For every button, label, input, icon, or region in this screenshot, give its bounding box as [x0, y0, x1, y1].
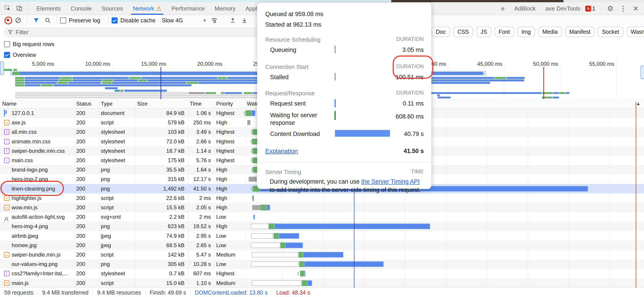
device-toolbar-icon[interactable]: [16, 5, 23, 12]
overview-bar-segment: [434, 80, 524, 82]
tab-elements[interactable]: Elements: [32, 2, 66, 15]
request-response-section-label: Request/Response: [265, 90, 314, 96]
big-request-rows-checkbox[interactable]: [4, 41, 10, 47]
filter-chip-doc[interactable]: Doc: [432, 26, 450, 37]
tab-network[interactable]: Network⚠: [128, 2, 166, 15]
column-header-status[interactable]: Status: [76, 99, 99, 108]
filter-chip-img[interactable]: Img: [517, 26, 535, 37]
chevron-down-icon[interactable]: ▾: [204, 18, 206, 23]
column-header-type[interactable]: Type: [101, 99, 135, 108]
waterfall-bar-segment: [269, 224, 274, 229]
request-status: 200: [76, 137, 96, 146]
request-type: stylesheet: [101, 269, 132, 278]
request-row-autofill-action-light.svg[interactable]: autofill-action-light.svg200svg+xml2.2 k…: [0, 212, 644, 222]
request-row-wow.min.js[interactable]: ‹›wow.min.js200script15.5 kB2.05 sHigh: [0, 203, 644, 212]
overview-bar-segment: [129, 77, 141, 79]
tab-performance[interactable]: Performance: [166, 2, 210, 15]
overview-bar-segment: [102, 80, 113, 82]
request-priority: Highest: [216, 137, 242, 146]
request-row-homee.jpg[interactable]: homee.jpg200jpeg68.5 kB2.65 sLow: [0, 241, 644, 250]
waterfall-bar-segment: [300, 270, 304, 276]
overview-bar-segment: [68, 82, 101, 84]
tab-sources[interactable]: Sources: [97, 2, 128, 15]
tab-memory[interactable]: Memory: [210, 2, 240, 15]
waterfall-bar-segment: [251, 168, 252, 172]
request-row-our-values-img.png[interactable]: our-values-img.png200png305 kB10.28 sLow: [0, 260, 644, 269]
filter-toggle-icon[interactable]: [33, 17, 39, 24]
request-time: 2.66 s: [190, 137, 211, 146]
record-network-log-button[interactable]: [4, 16, 12, 24]
inspect-element-icon[interactable]: [4, 5, 12, 12]
tab-adblock[interactable]: AdBlock: [510, 2, 540, 15]
more-menu-icon[interactable]: ⋮: [620, 4, 626, 13]
request-status: 200: [76, 108, 96, 118]
preserve-log-checkbox[interactable]: [60, 18, 66, 24]
column-header-priority[interactable]: Priority: [216, 99, 245, 108]
filter-chip-css[interactable]: CSS: [453, 26, 473, 37]
tab-e[interactable]: e: [496, 2, 509, 15]
network-conditions-icon[interactable]: [211, 17, 218, 24]
clear-network-log-icon[interactable]: [15, 17, 21, 24]
request-priority: High: [216, 222, 242, 231]
disable-cache-checkbox[interactable]: [112, 18, 118, 24]
waterfall-bar-segment: [247, 120, 250, 125]
overview-checkbox[interactable]: [4, 52, 10, 58]
server-timing-api-link[interactable]: the Server Timing API: [361, 178, 420, 185]
request-name: swiper-bundle.min.css: [12, 146, 73, 156]
filter-chip-wasm[interactable]: Wasm: [626, 26, 644, 37]
error-badge-icon[interactable]: ✕: [585, 6, 591, 12]
request-row-swiper-bundle.min.js[interactable]: ‹›swiper-bundle.min.js200script142 kB5.4…: [0, 250, 644, 260]
overview-left-handle[interactable]: [0, 61, 4, 75]
request-status: 200: [76, 118, 96, 127]
request-timing-popup: Queued at 959.08 ms Started at 962.13 ms…: [257, 3, 431, 189]
settings-gear-icon[interactable]: ⚙: [607, 4, 613, 13]
request-row-highlighter.js[interactable]: ‹›highlighter.js200script22.6 kB2 msHigh: [0, 194, 644, 203]
explanation-link[interactable]: Explanation: [265, 148, 298, 154]
started-at-text: Started at 962.13 ms: [265, 21, 321, 28]
queued-at-text: Queued at 959.08 ms: [265, 11, 323, 18]
overview-bar-segment: [41, 84, 53, 86]
request-priority: Low: [216, 260, 242, 269]
filter-chip-manifest[interactable]: Manifest: [565, 26, 594, 37]
overview-bar-segment: [24, 82, 57, 84]
request-size: 72.0 kB: [137, 137, 184, 146]
request-type: script: [101, 194, 132, 203]
request-time: 1.64 s: [190, 165, 211, 174]
tab-axe-devtools[interactable]: axe DevTools: [540, 2, 585, 15]
column-header-size[interactable]: Size: [137, 99, 188, 108]
import-har-icon[interactable]: [230, 17, 236, 24]
connection-start-section-label: Connection Start: [265, 64, 308, 70]
filter-chip-font[interactable]: Font: [494, 26, 514, 37]
request-type: jpeg: [101, 241, 132, 250]
overview-tick-label: 55,000 ms: [578, 61, 614, 67]
close-devtools-icon[interactable]: ✕: [633, 4, 639, 13]
export-har-icon[interactable]: [241, 17, 248, 24]
overview-bar-segment: [112, 82, 186, 84]
filter-chip-media[interactable]: Media: [538, 26, 562, 37]
request-row-main.js[interactable]: ‹›main.js200script15.0 kB1.10 sMedium: [0, 278, 644, 288]
request-row-airbnb.jpeg[interactable]: airbnb.jpeg200jpeg74.9 kB2.95 sLow: [0, 231, 644, 241]
overview-bar-segment: [72, 80, 102, 82]
request-name: axe.js: [12, 118, 73, 127]
column-header-time[interactable]: Time: [190, 99, 214, 108]
overview-tick-label: 15,000 ms: [130, 61, 166, 67]
overview-right-handle[interactable]: [640, 65, 644, 79]
divider: [108, 16, 108, 24]
big-request-rows-label: Big request rows: [13, 41, 54, 48]
column-header-name[interactable]: Name: [2, 99, 74, 108]
request-row-hero-img-4.png[interactable]: hero-img-4.png200png623 kB19.52 sHigh: [0, 222, 644, 231]
waterfall-bar-segment: [251, 130, 252, 134]
waterfall-bar-segment: [252, 280, 302, 286]
throttling-select[interactable]: Slow 4G: [162, 17, 183, 24]
request-row-css2-family-inter-ital--[interactable]: /css2?family=Inter:ital,…200stylesheet0.…: [0, 269, 644, 278]
tab-console[interactable]: Console: [66, 2, 96, 15]
search-icon[interactable]: [45, 17, 51, 24]
filter-chip-js[interactable]: JS: [476, 26, 491, 37]
sort-indicator-icon[interactable]: ▲: [636, 99, 640, 108]
request-priority: Highest: [216, 127, 242, 137]
waterfall-bar-segment: [304, 270, 306, 276]
filter-chip-socket[interactable]: Socket: [598, 26, 623, 37]
waterfall-bar-segment: [280, 242, 285, 248]
waterfall-bar-segment: [251, 158, 252, 162]
request-priority: High: [216, 194, 242, 203]
